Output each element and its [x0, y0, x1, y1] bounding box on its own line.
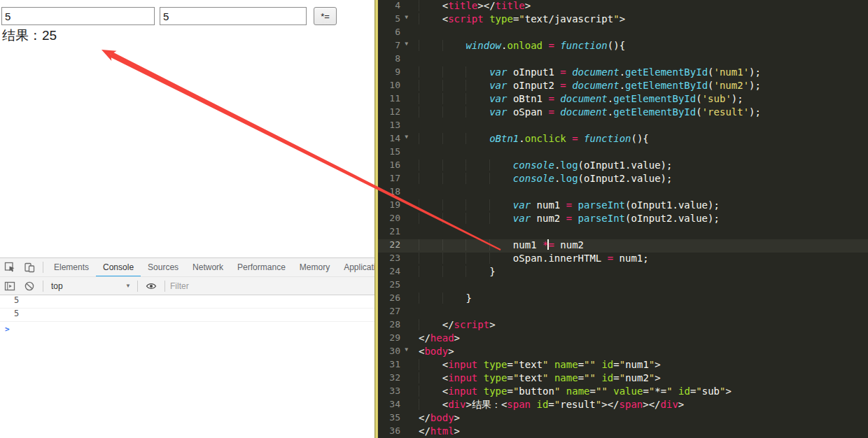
code-line-8[interactable]: 8	[378, 53, 868, 66]
console-toolbar: top ▼	[0, 277, 374, 295]
tab-network[interactable]: Network	[186, 258, 230, 277]
result-value: 25	[42, 28, 57, 43]
context-selector[interactable]: top ▼	[47, 281, 134, 291]
fold-arrow-icon[interactable]: ▼	[405, 14, 408, 20]
code-line-31[interactable]: 31 <input type="text" name="" id="num1">	[378, 359, 868, 372]
code-line-26[interactable]: 26 }	[378, 292, 868, 306]
line-number: 11	[378, 93, 409, 106]
eye-icon[interactable]	[146, 281, 157, 292]
line-number: 5▼	[378, 13, 409, 27]
line-number: 17	[378, 173, 409, 186]
result-text: 结果：25	[2, 27, 57, 45]
console-message: 5	[0, 309, 374, 322]
toolbar-divider	[43, 281, 43, 292]
tab-elements[interactable]: Elements	[47, 258, 96, 277]
code-line-7[interactable]: 7▼ window.onload = function(){	[378, 40, 868, 53]
line-number: 16	[378, 160, 409, 173]
code-line-4[interactable]: 4 <title></title>	[378, 0, 868, 13]
code-line-5[interactable]: 5▼ <script type="text/javascript">	[378, 13, 868, 27]
code-line-24[interactable]: 24 }	[378, 266, 868, 279]
context-selector-value: top	[51, 281, 125, 291]
code-line-29[interactable]: 29</head>	[378, 332, 868, 346]
clear-console-icon[interactable]	[24, 281, 35, 292]
line-number: 12	[378, 106, 409, 120]
code-line-28[interactable]: 28 </script>	[378, 319, 868, 332]
line-number: 19	[378, 199, 409, 213]
code-line-9[interactable]: 9 var oInput1 = document.getElementById(…	[378, 66, 868, 80]
line-number: 6	[378, 27, 409, 40]
page-content: *= 结果：25	[0, 0, 374, 257]
tab-performance[interactable]: Performance	[230, 258, 293, 277]
code-line-10[interactable]: 10 var oInput2 = document.getElementById…	[378, 80, 868, 93]
line-number: 24	[378, 266, 409, 279]
num1-input[interactable]	[1, 7, 155, 25]
console-sidebar-icon[interactable]	[4, 281, 15, 292]
line-number: 10	[378, 80, 409, 93]
tab-sources[interactable]: Sources	[141, 258, 186, 277]
code-line-12[interactable]: 12 var oSpan = document.getElementById('…	[378, 106, 868, 120]
screen: *= 结果：25 ElementsConsoleSourcesNetworkPe…	[0, 0, 868, 438]
devtools-panel: ElementsConsoleSourcesNetworkPerformance…	[0, 257, 374, 438]
code-line-35[interactable]: 35</body>	[378, 412, 868, 425]
device-toolbar-icon[interactable]	[24, 262, 35, 273]
line-number: 8	[378, 53, 409, 66]
console-prompt-line[interactable]: >	[0, 322, 374, 335]
line-number: 25	[378, 279, 409, 292]
console-filter-input[interactable]	[169, 281, 346, 292]
fold-arrow-icon[interactable]: ▼	[405, 134, 408, 140]
line-number: 27	[378, 306, 409, 319]
line-number: 34	[378, 399, 409, 412]
code-line-6[interactable]: 6	[378, 27, 868, 40]
code-line-34[interactable]: 34 <div>结果：<span id="result"></span></di…	[378, 399, 868, 412]
code-editor-pane: 4 <title></title>5▼ <script type="text/j…	[374, 0, 868, 438]
line-number: 33	[378, 386, 409, 399]
line-number: 13	[378, 120, 409, 133]
code-line-19[interactable]: 19 var num1 = parseInt(oInput1.value);	[378, 199, 868, 213]
fold-arrow-icon[interactable]: ▼	[405, 346, 408, 353]
line-number: 30▼	[378, 346, 409, 359]
console-message: 5	[0, 295, 374, 309]
line-number: 31	[378, 359, 409, 372]
code-line-36[interactable]: 36</html>	[378, 425, 868, 438]
code-line-15[interactable]: 15	[378, 146, 868, 160]
console-messages: 55	[0, 295, 374, 322]
code-line-20[interactable]: 20 var num2 = parseInt(oInput2.value);	[378, 213, 868, 226]
toolbar-divider	[164, 281, 165, 292]
code-line-18[interactable]: 18	[378, 186, 868, 199]
tab-console[interactable]: Console	[96, 258, 141, 277]
code-line-30[interactable]: 30▼<body>	[378, 346, 868, 359]
tab-application[interactable]: Application	[337, 258, 374, 277]
line-number: 4	[378, 0, 409, 13]
fold-arrow-icon[interactable]: ▼	[405, 41, 408, 47]
line-number: 36	[378, 425, 409, 438]
line-number: 21	[378, 226, 409, 239]
code-line-11[interactable]: 11 var oBtn1 = document.getElementById('…	[378, 93, 868, 106]
multiply-button[interactable]: *=	[314, 7, 337, 25]
code-line-21[interactable]: 21	[378, 226, 868, 239]
code-line-16[interactable]: 16 console.log(oInput1.value);	[378, 160, 868, 173]
tab-memory[interactable]: Memory	[293, 258, 337, 277]
code-line-27[interactable]: 27	[378, 306, 868, 319]
line-number: 26	[378, 292, 409, 306]
console-prompt-icon: >	[5, 325, 10, 334]
code-line-32[interactable]: 32 <input type="text" name="" id="num2">	[378, 372, 868, 386]
code-line-33[interactable]: 33 <input type="button" name="" value="*…	[378, 386, 868, 399]
line-number: 23	[378, 253, 409, 266]
result-label: 结果：	[2, 28, 42, 43]
chevron-down-icon: ▼	[125, 283, 131, 289]
code-line-13[interactable]: 13	[378, 120, 868, 133]
code-line-17[interactable]: 17 console.log(oInput2.value);	[378, 173, 868, 186]
num2-input[interactable]	[160, 7, 307, 25]
code-line-14[interactable]: 14▼ oBtn1.onclick = function(){	[378, 133, 868, 146]
devtools-tabs: ElementsConsoleSourcesNetworkPerformance…	[47, 258, 374, 277]
line-number: 29	[378, 332, 409, 346]
inspect-element-icon[interactable]	[4, 262, 15, 273]
line-number: 28	[378, 319, 409, 332]
toolbar-divider	[137, 281, 138, 292]
line-number: 7▼	[378, 40, 409, 53]
line-number: 35	[378, 412, 409, 425]
code-line-22[interactable]: 22 num1 *= num2	[378, 239, 868, 253]
code-line-23[interactable]: 23 oSpan.innerHTML = num1;	[378, 253, 868, 266]
code-line-25[interactable]: 25	[378, 279, 868, 292]
line-number: 18	[378, 186, 409, 199]
